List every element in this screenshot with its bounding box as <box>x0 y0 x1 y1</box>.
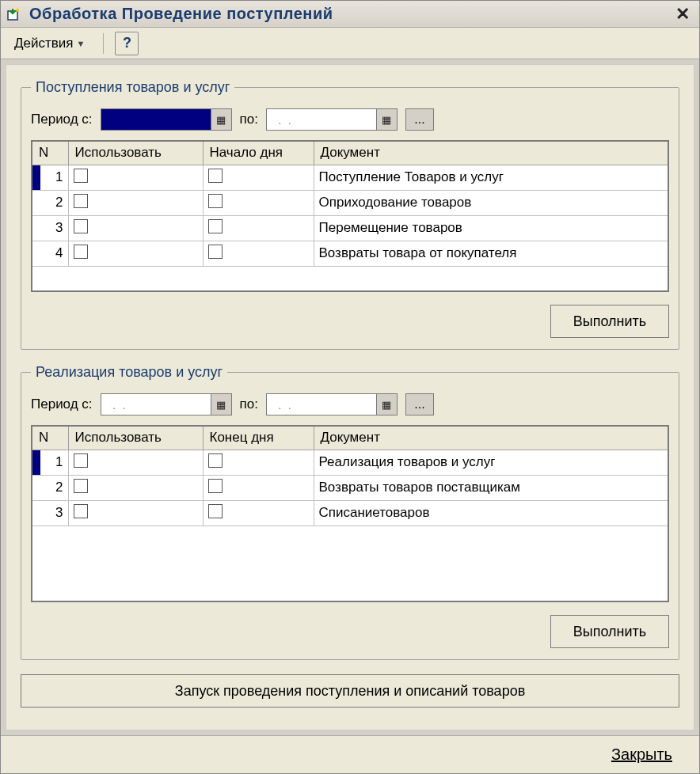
checkbox-use[interactable] <box>74 194 88 208</box>
table-header-row: N Использовать Начало дня Документ <box>32 141 668 165</box>
titlebar: Обработка Проведение поступлений ✕ <box>1 1 699 28</box>
group-incoming: Поступления товаров и услуг Период с: ▦ … <box>21 79 679 350</box>
calendar-icon[interactable]: ▦ <box>376 109 397 130</box>
checkbox-daystart[interactable] <box>208 219 223 233</box>
help-icon: ? <box>123 35 131 51</box>
group-outgoing-legend: Реализация товаров и услуг <box>31 364 227 381</box>
chevron-down-icon: ▼ <box>76 39 85 48</box>
period-row-outgoing: Период с: ▦ по: ▦ ... <box>31 393 669 415</box>
close-button[interactable]: Закрыть <box>611 746 672 764</box>
date-from-input[interactable] <box>101 109 211 130</box>
table-header-row: N Использовать Конец дня Документ <box>32 426 668 450</box>
svg-point-1 <box>16 9 19 12</box>
calendar-icon[interactable]: ▦ <box>376 394 397 415</box>
outgoing-table: N Использовать Конец дня Документ 1 Реал… <box>31 425 669 602</box>
checkbox-dayend[interactable] <box>208 453 223 468</box>
col-doc[interactable]: Документ <box>314 426 668 450</box>
checkbox-use[interactable] <box>74 504 88 518</box>
col-n[interactable]: N <box>32 426 68 450</box>
incoming-table: N Использовать Начало дня Документ 1 Пос… <box>31 140 669 292</box>
app-icon <box>6 6 21 22</box>
actions-label: Действия <box>14 36 73 51</box>
col-dayend[interactable]: Конец дня <box>203 426 314 450</box>
execute-outgoing-button[interactable]: Выполнить <box>550 615 669 648</box>
help-button[interactable]: ? <box>115 32 139 55</box>
toolbar-separator <box>103 33 104 54</box>
date-from-input[interactable] <box>101 394 211 415</box>
cell-doc: Списаниетоваров <box>314 500 668 525</box>
checkbox-use[interactable] <box>74 169 88 183</box>
table-row[interactable]: 4 Возвраты товара от покупателя <box>32 241 668 266</box>
checkbox-daystart[interactable] <box>208 194 223 208</box>
checkbox-dayend[interactable] <box>208 504 223 518</box>
close-icon[interactable]: ✕ <box>671 4 694 25</box>
date-to-field: ▦ <box>266 108 398 131</box>
col-n[interactable]: N <box>32 141 68 165</box>
cell-doc: Реализация товаров и услуг <box>314 450 668 475</box>
actions-menu-button[interactable]: Действия ▼ <box>7 32 92 55</box>
footer: Закрыть <box>1 735 699 773</box>
checkbox-dayend[interactable] <box>208 479 223 493</box>
execute-incoming-button[interactable]: Выполнить <box>550 305 669 338</box>
period-to-label: по: <box>240 396 258 412</box>
calendar-icon[interactable]: ▦ <box>211 394 231 415</box>
table-row[interactable]: 3 Списаниетоваров <box>32 500 668 525</box>
group-outgoing: Реализация товаров и услуг Период с: ▦ п… <box>21 364 679 660</box>
table-row[interactable]: 2 Возвраты товаров поставщикам <box>32 475 668 500</box>
toolbar: Действия ▼ ? <box>1 28 699 59</box>
date-to-input[interactable] <box>267 109 376 130</box>
period-row-incoming: Период с: ▦ по: ▦ ... <box>31 108 669 131</box>
dialog-window: Обработка Проведение поступлений ✕ Дейст… <box>0 0 700 774</box>
table-row[interactable]: 1 Реализация товаров и услуг <box>32 450 668 475</box>
col-use[interactable]: Использовать <box>68 141 203 165</box>
period-to-label: по: <box>240 112 258 127</box>
table-row[interactable]: 2 Оприходование товаров <box>32 190 668 215</box>
content-area: Поступления товаров и услуг Период с: ▦ … <box>6 64 694 730</box>
window-title: Обработка Проведение поступлений <box>29 5 671 23</box>
checkbox-use[interactable] <box>74 219 88 233</box>
checkbox-use[interactable] <box>74 245 88 259</box>
period-from-label: Период с: <box>31 396 93 412</box>
col-use[interactable]: Использовать <box>68 426 203 450</box>
checkbox-use[interactable] <box>74 453 88 468</box>
table-row[interactable]: 3 Перемещение товаров <box>32 215 668 241</box>
cell-doc: Оприходование товаров <box>314 190 668 215</box>
period-from-label: Период с: <box>31 112 93 127</box>
checkbox-daystart[interactable] <box>208 169 223 183</box>
cell-doc: Перемещение товаров <box>314 215 668 241</box>
group-incoming-legend: Поступления товаров и услуг <box>31 79 234 96</box>
cell-doc: Поступление Товаров и услуг <box>314 165 668 190</box>
calendar-icon[interactable]: ▦ <box>211 109 231 130</box>
checkbox-use[interactable] <box>74 479 88 493</box>
date-from-field: ▦ <box>101 393 232 415</box>
table-row[interactable]: 1 Поступление Товаров и услуг <box>32 165 668 190</box>
date-from-field: ▦ <box>101 108 232 131</box>
period-select-button[interactable]: ... <box>405 393 434 415</box>
date-to-field: ▦ <box>266 393 398 415</box>
period-select-button[interactable]: ... <box>405 108 434 131</box>
date-to-input[interactable] <box>267 394 376 415</box>
cell-doc: Возвраты товара от покупателя <box>314 241 668 266</box>
col-daystart[interactable]: Начало дня <box>203 141 314 165</box>
col-doc[interactable]: Документ <box>314 141 668 165</box>
run-all-button[interactable]: Запуск проведения поступления и описаний… <box>21 674 679 708</box>
cell-doc: Возвраты товаров поставщикам <box>314 475 668 500</box>
checkbox-daystart[interactable] <box>208 245 223 259</box>
